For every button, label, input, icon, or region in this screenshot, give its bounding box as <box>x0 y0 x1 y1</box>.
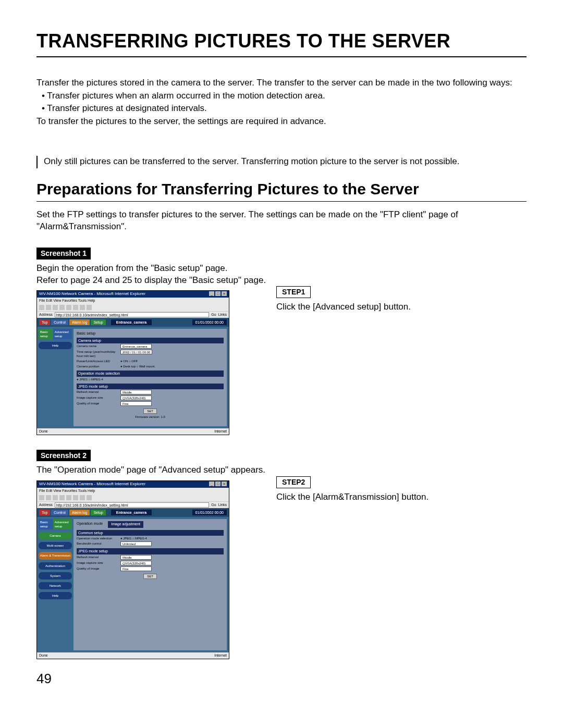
lbl-capsize: Image capture size <box>77 396 118 400</box>
status-done-2: Done <box>39 653 48 658</box>
lbl-refresh: Refresh interval <box>77 390 118 394</box>
lbl-refresh2: Refresh interval <box>77 555 118 560</box>
intro-p2: To transfer the pictures to the server, … <box>36 116 527 128</box>
tab-top[interactable]: Top <box>39 319 50 325</box>
val-camera-name[interactable]: Entrance_camera <box>120 344 152 349</box>
links-label-2: Links <box>218 502 227 507</box>
go-button[interactable]: Go <box>211 312 216 317</box>
screenshot-2-window: WV-NM100 Network Camera - Microsoft Inte… <box>36 480 229 659</box>
side-multiscreen[interactable]: Multi screen <box>39 542 72 549</box>
page-title: TRANSFERRING PICTURES TO THE SERVER <box>36 29 527 57</box>
lbl-time-setup: Time setup (year/month/day hour:min:sec) <box>77 350 118 358</box>
intro-bullet-2: • Transfer pictures at designated interv… <box>36 103 527 115</box>
val-opmode[interactable]: ● JPEG ○ MPEG-4 <box>77 377 103 381</box>
val-quality2[interactable]: Fine <box>120 566 152 571</box>
note-text: Only still pictures can be transferred t… <box>44 156 459 168</box>
val-position[interactable]: ● Desk top ○ Wall mount <box>120 364 155 368</box>
tab-control[interactable]: Control <box>51 319 68 325</box>
intro-bullet-1: • Transfer pictures when an alarm occurr… <box>36 90 527 102</box>
status-done: Done <box>39 429 48 434</box>
val-refresh[interactable]: Middle <box>120 390 152 394</box>
side-camera[interactable]: Camera <box>39 532 72 539</box>
note-bar-icon <box>36 156 38 168</box>
addr-label: Address <box>39 312 53 317</box>
intro-block: Transfer the pictures stored in the came… <box>36 77 527 128</box>
screenshot-2-label: Screenshot 2 <box>36 450 91 462</box>
sub-advanced-setup[interactable]: Advanced setup <box>53 329 72 339</box>
form-header-opmode: Operation mode selection <box>77 371 224 376</box>
val-time-setup[interactable]: 2002 / 01 / 01 00:00 <box>120 350 152 354</box>
set-button[interactable]: SET <box>143 409 157 414</box>
status-internet-2: Internet <box>214 653 227 658</box>
side-system[interactable]: System <box>39 572 72 579</box>
lbl-quality: Quality of image <box>77 401 118 406</box>
set-button-2[interactable]: SET <box>143 574 157 579</box>
screenshot-1-label: Screenshot 1 <box>36 248 91 260</box>
lbl-opmode2: Operation mode selection <box>77 536 118 540</box>
addr-label-2: Address <box>39 502 53 507</box>
timestamp-2: 01/01/2002 00:00 <box>192 510 227 515</box>
lbl-bandwidth: Bandwidth control <box>77 541 118 546</box>
step1-text: Click the [Advanced setup] button. <box>276 301 527 313</box>
tab-setup[interactable]: Setup <box>91 319 105 325</box>
address-field-2[interactable]: http://192.168.0.10/admin/index_setting.… <box>55 502 210 508</box>
form-header-camera: Camera setup <box>77 338 224 343</box>
lbl-capsize2: Image capture size <box>77 561 118 565</box>
val-led[interactable]: ● ON ○ OFF <box>120 359 138 363</box>
note-row: Only still pictures can be transferred t… <box>36 156 527 168</box>
tab-alarm-log-2[interactable]: Alarm log <box>69 510 90 515</box>
screenshot-1-p2: Refer to page 24 and 25 to display the "… <box>36 275 527 287</box>
lbl-camera-name: Camera name <box>77 344 118 349</box>
val-capsize[interactable]: QVGA(320x240) <box>120 396 152 400</box>
section-intro: Set the FTP settings to transfer picture… <box>36 209 527 233</box>
val-opmode2[interactable]: ● JPEG ○ MPEG-4 <box>120 536 147 540</box>
screenshot-1-p1: Begin the operation from the "Basic setu… <box>36 263 527 275</box>
win-title: WV-NM100 Network Camera - Microsoft Inte… <box>39 291 145 297</box>
tab-image-adjustment[interactable]: Image adjustment <box>108 521 143 527</box>
toolbar-2 <box>37 494 229 501</box>
window-controls-2: _□× <box>209 482 227 487</box>
tab-top-2[interactable]: Top <box>39 510 50 515</box>
links-label: Links <box>218 312 227 317</box>
win-title-2: WV-NM100 Network Camera - Microsoft Inte… <box>39 482 145 487</box>
step1-label: STEP1 <box>276 286 311 298</box>
section-title: Preparations for Transferring Pictures t… <box>36 179 527 202</box>
window-controls: _□× <box>209 291 227 297</box>
val-refresh2[interactable]: Middle <box>120 555 152 560</box>
toolbar <box>37 304 229 311</box>
tab-alarm-log[interactable]: Alarm log <box>69 319 90 325</box>
sub-advanced-setup-2[interactable]: Advanced setup <box>53 519 72 529</box>
camera-label: Entrance_camera <box>111 319 152 325</box>
side-authentication[interactable]: Authentication <box>39 562 72 570</box>
lbl-led: Power/Link/Access LED <box>77 359 118 363</box>
val-quality[interactable]: Fine <box>120 401 152 406</box>
panel2-title: Operation mode <box>77 521 103 526</box>
lbl-quality2: Quality of image <box>77 566 118 571</box>
form-header-common: Common setup <box>77 530 224 536</box>
side-alarm-transmission[interactable]: Alarm & Transmission <box>39 552 72 559</box>
lbl-position: Camera position <box>77 364 118 368</box>
help-button-2[interactable]: Help <box>39 592 72 599</box>
firmware-version: Firmware version: 1.0 <box>77 415 224 419</box>
screenshot-1-window: WV-NM100 Network Camera - Microsoft Inte… <box>36 290 229 435</box>
status-internet: Internet <box>214 429 227 434</box>
step2-text: Click the [Alarm&Transmission] button. <box>276 491 527 503</box>
sub-basic-setup[interactable]: Basic setup <box>39 329 53 339</box>
intro-p1: Transfer the pictures stored in the came… <box>36 77 527 89</box>
timestamp: 01/01/2002 00:00 <box>192 319 227 325</box>
help-button[interactable]: Help <box>39 342 72 349</box>
go-button-2[interactable]: Go <box>211 502 216 507</box>
menubar-2: File Edit View Favorites Tools Help <box>37 488 229 493</box>
camera-label-2: Entrance_camera <box>111 510 152 515</box>
address-field[interactable]: http://192.168.0.10/admin/index_setting.… <box>55 312 210 317</box>
sub-basic-setup-2[interactable]: Basic setup <box>39 519 53 529</box>
step2-label: STEP2 <box>276 476 311 488</box>
form-header-jpeg: JPEG mode setup <box>77 384 224 389</box>
side-network[interactable]: Network <box>39 582 72 589</box>
tab-setup-2[interactable]: Setup <box>91 510 105 515</box>
panel-title: Basic setup <box>77 331 224 336</box>
tab-control-2[interactable]: Control <box>51 510 68 515</box>
val-bandwidth[interactable]: Unlimited <box>120 541 152 546</box>
screenshot-2-p1: The "Operation mode" page of "Advanced s… <box>36 464 527 476</box>
val-capsize2[interactable]: QVGA(320x240) <box>120 561 152 565</box>
